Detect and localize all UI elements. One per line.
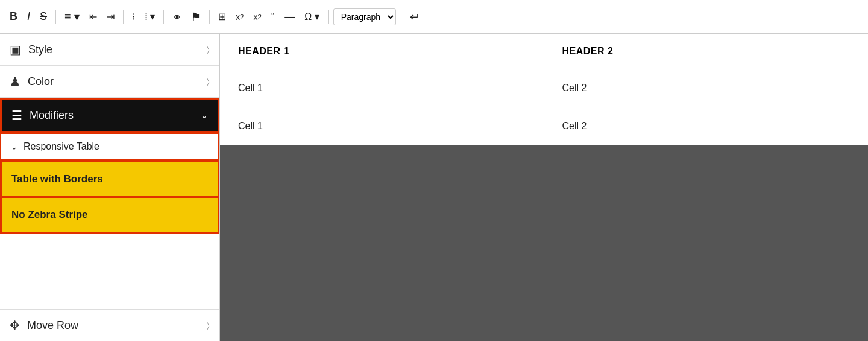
modifiers-icon: ☰ (11, 108, 22, 123)
list-button[interactable]: ⁝ (128, 8, 139, 25)
modifiers-chevron-icon: ⌄ (201, 110, 208, 120)
table-row: Cell 1Cell 2 (220, 107, 868, 145)
superscript-button[interactable]: x2 (232, 10, 247, 24)
divider-5 (328, 10, 329, 24)
indent-in-button[interactable]: ⇥ (103, 8, 118, 25)
sidebar: ▣ Style 〉 ♟ Color 〉 ☰ Modifiers ⌄ ⌄ Resp… (0, 34, 220, 341)
table-cell-col2: Cell 2 (544, 69, 869, 107)
color-label: Color (28, 75, 207, 88)
divider-6 (401, 10, 401, 24)
sidebar-item-modifiers[interactable]: ☰ Modifiers ⌄ (0, 98, 219, 133)
content-area: HEADER 1 HEADER 2 Cell 1Cell 2Cell 1Cell… (220, 34, 868, 341)
table-cell-col2: Cell 2 (544, 107, 869, 145)
responsive-table-chevron-icon: ⌄ (11, 142, 17, 151)
quote-button[interactable]: “ (268, 9, 278, 25)
color-arrow-icon: 〉 (207, 77, 210, 87)
dash-button[interactable]: — (280, 8, 298, 25)
table-header-row: HEADER 1 HEADER 2 (220, 34, 868, 69)
move-row-icon: ✥ (10, 318, 20, 333)
dark-background-area (220, 145, 868, 341)
divider-1 (55, 10, 56, 24)
table-with-borders-label: Table with Borders (11, 173, 103, 185)
link-button[interactable]: ⚭ (169, 8, 185, 26)
table-cell-col1: Cell 1 (220, 107, 544, 145)
modifiers-label: Modifiers (30, 109, 201, 122)
table-row: Cell 1Cell 2 (220, 69, 868, 107)
table-area: HEADER 1 HEADER 2 Cell 1Cell 2Cell 1Cell… (220, 34, 868, 145)
bold-button[interactable]: B (6, 8, 21, 25)
demo-table: HEADER 1 HEADER 2 Cell 1Cell 2Cell 1Cell… (220, 34, 868, 145)
italic-button[interactable]: I (24, 8, 34, 25)
undo-button[interactable]: ↩ (406, 8, 423, 26)
responsive-table-label: Responsive Table (24, 141, 99, 152)
subscript-button[interactable]: x2 (250, 10, 265, 24)
paragraph-select[interactable]: Paragraph Heading 1 Heading 2 (333, 8, 396, 25)
sidebar-item-no-zebra-stripe[interactable]: No Zebra Stripe (0, 198, 219, 234)
main-area: ▣ Style 〉 ♟ Color 〉 ☰ Modifiers ⌄ ⌄ Resp… (0, 34, 868, 341)
special-char-button[interactable]: Ω ▾ (301, 8, 322, 25)
flag-button[interactable]: ⚑ (187, 8, 204, 26)
divider-3 (163, 10, 164, 24)
style-icon: ▣ (10, 42, 21, 57)
strikethrough-button[interactable]: S (36, 8, 51, 25)
move-row-arrow-icon: 〉 (207, 320, 210, 331)
sidebar-item-responsive-table[interactable]: ⌄ Responsive Table (0, 133, 219, 161)
divider-4 (209, 10, 210, 24)
style-arrow-icon: 〉 (207, 45, 210, 55)
style-label: Style (28, 43, 207, 56)
align-button[interactable]: ≡ ▾ (61, 8, 83, 26)
indent-out-button[interactable]: ⇤ (86, 8, 101, 25)
sidebar-item-move-row[interactable]: ✥ Move Row 〉 (0, 309, 219, 341)
no-zebra-stripe-label: No Zebra Stripe (11, 209, 88, 221)
sidebar-item-color[interactable]: ♟ Color 〉 (0, 66, 219, 98)
sidebar-item-style[interactable]: ▣ Style 〉 (0, 34, 219, 66)
table-button[interactable]: ⊞ (215, 8, 230, 25)
toolbar: B I S ≡ ▾ ⇤ ⇥ ⁝ ⁞ ▾ ⚭ ⚑ ⊞ x2 x2 “ — Ω ▾ … (0, 0, 868, 34)
ordered-list-button[interactable]: ⁞ ▾ (141, 8, 159, 25)
table-header-2: HEADER 2 (544, 34, 869, 69)
table-cell-col1: Cell 1 (220, 69, 544, 107)
table-header-1: HEADER 1 (220, 34, 544, 69)
color-icon: ♟ (10, 74, 20, 89)
move-row-label: Move Row (27, 319, 207, 332)
sidebar-item-table-with-borders[interactable]: Table with Borders (0, 161, 219, 198)
divider-2 (123, 10, 124, 24)
